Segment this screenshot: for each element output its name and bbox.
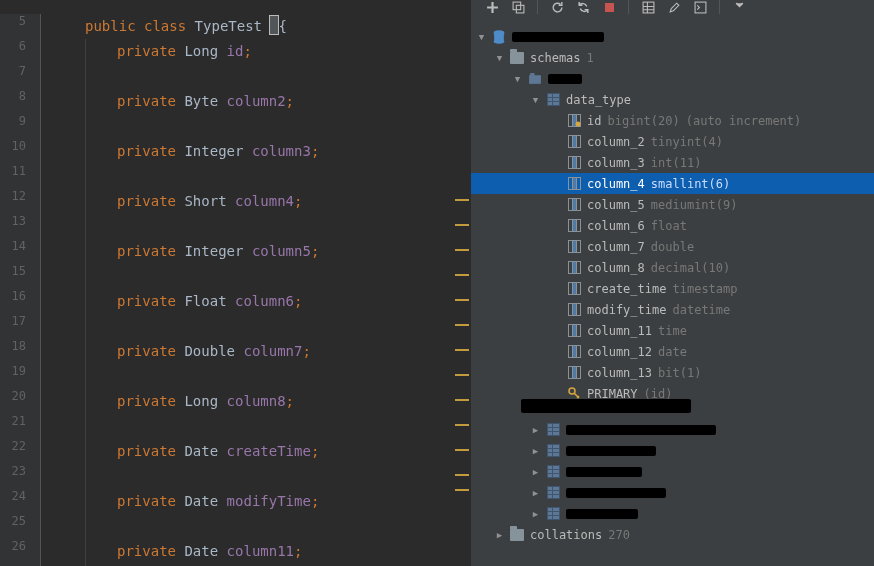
code-line[interactable]: private Float column6; — [45, 289, 471, 314]
code-line[interactable]: private Date createTime; — [45, 439, 471, 464]
tree-column[interactable]: id bigint(20) (auto increment) — [471, 110, 874, 131]
change-marker — [455, 249, 469, 251]
code-line[interactable]: private Short column4; — [45, 189, 471, 214]
code-line[interactable]: private Integer column5; — [45, 239, 471, 264]
code-line[interactable] — [45, 464, 471, 489]
expand-arrow-icon[interactable]: ▼ — [531, 95, 540, 105]
svg-rect-29 — [572, 325, 576, 337]
code-line[interactable]: private Date column11; — [45, 539, 471, 564]
table-icon[interactable] — [641, 0, 655, 14]
code-line[interactable] — [45, 364, 471, 389]
column-name: id — [587, 114, 601, 128]
table-icon — [546, 444, 560, 458]
svg-rect-35 — [547, 424, 559, 436]
toolbar-separator — [537, 0, 538, 14]
duplicate-icon[interactable] — [511, 0, 525, 14]
more-icon[interactable] — [732, 0, 746, 14]
datasource-icon — [492, 30, 506, 44]
line-number: 16 — [6, 289, 26, 303]
redacted — [512, 32, 604, 42]
tree-column[interactable]: column_13 bit(1) — [471, 362, 874, 383]
schema-icon — [528, 72, 542, 86]
line-number: 25 — [6, 514, 26, 528]
svg-rect-21 — [572, 241, 576, 253]
code-line[interactable] — [45, 214, 471, 239]
collapse-arrow-icon[interactable]: ▶ — [495, 530, 504, 540]
tree-column[interactable]: column_11 time — [471, 320, 874, 341]
column-name: column_6 — [587, 219, 645, 233]
collations-label: collations — [530, 528, 602, 542]
tree-column[interactable]: column_4 smallint(6) — [471, 173, 874, 194]
line-number: 19 — [6, 364, 26, 378]
code-line[interactable]: private Integer column3; — [45, 139, 471, 164]
tree-column[interactable]: create_time timestamp — [471, 278, 874, 299]
svg-point-9 — [575, 122, 580, 127]
collations-count: 270 — [608, 528, 630, 542]
tree-table-redacted[interactable]: ▶ — [471, 461, 874, 482]
tree-datasource[interactable]: ▼ — [471, 26, 874, 47]
collapse-arrow-icon[interactable]: ▶ — [531, 488, 540, 498]
code-line[interactable] — [45, 64, 471, 89]
tree-column[interactable]: column_7 double — [471, 236, 874, 257]
collapse-arrow-icon[interactable]: ▶ — [531, 446, 540, 456]
tree-column[interactable]: column_6 float — [471, 215, 874, 236]
tree-table[interactable]: ▼data_type — [471, 89, 874, 110]
schemas-count: 1 — [587, 51, 594, 65]
code-line[interactable] — [45, 514, 471, 539]
code-line[interactable]: private Long id; — [45, 39, 471, 64]
code-line[interactable]: private Long column8; — [45, 389, 471, 414]
change-marker — [455, 224, 469, 226]
pk-column-icon — [567, 114, 581, 128]
column-icon — [567, 177, 581, 191]
column-name: column_3 — [587, 156, 645, 170]
expand-arrow-icon[interactable]: ▼ — [477, 32, 486, 42]
refresh-icon[interactable] — [550, 0, 564, 14]
collapse-arrow-icon[interactable]: ▶ — [531, 467, 540, 477]
code-line[interactable]: private Double column7; — [45, 339, 471, 364]
collapse-arrow-icon[interactable]: ▶ — [531, 425, 540, 435]
folder-icon — [510, 51, 524, 65]
code-line[interactable] — [45, 114, 471, 139]
column-icon — [567, 156, 581, 170]
code-line[interactable]: private Byte column2; — [45, 89, 471, 114]
line-number: 10 — [6, 139, 26, 153]
table-name: data_type — [566, 93, 631, 107]
code-line[interactable]: public class TypeTest { — [45, 14, 471, 39]
tree-column[interactable]: column_2 tinyint(4) — [471, 131, 874, 152]
tree-column[interactable]: column_12 date — [471, 341, 874, 362]
code-line[interactable] — [45, 164, 471, 189]
tree-column[interactable]: column_3 int(11) — [471, 152, 874, 173]
tree-collations[interactable]: ▶collations 270 — [471, 524, 874, 545]
tree-table-redacted[interactable]: ▶ — [471, 482, 874, 503]
column-type: decimal(10) — [651, 261, 730, 275]
code-line[interactable]: private Date modifyTime; — [45, 489, 471, 514]
tree-schemas[interactable]: ▼schemas 1 — [471, 47, 874, 68]
expand-arrow-icon[interactable]: ▼ — [495, 53, 504, 63]
code-line[interactable] — [45, 414, 471, 439]
code-line[interactable] — [45, 314, 471, 339]
line-number: 23 — [6, 464, 26, 478]
collapse-arrow-icon[interactable]: ▶ — [531, 509, 540, 519]
column-name: create_time — [587, 282, 666, 296]
change-marker — [455, 274, 469, 276]
add-icon[interactable] — [485, 0, 499, 14]
schemas-label: schemas — [530, 51, 581, 65]
tree-table-redacted[interactable]: ▶ — [471, 419, 874, 440]
tree-schema[interactable]: ▼ — [471, 68, 874, 89]
sync-icon[interactable] — [576, 0, 590, 14]
line-number: 22 — [6, 439, 26, 453]
svg-rect-25 — [572, 283, 576, 295]
tree-column[interactable]: modify_time datetime — [471, 299, 874, 320]
code-editor[interactable]: public class TypeTest {private Long id;p… — [41, 14, 471, 566]
code-line[interactable] — [45, 264, 471, 289]
svg-rect-31 — [572, 346, 576, 358]
tree-table-redacted[interactable]: ▶ — [471, 440, 874, 461]
column-name: column_2 — [587, 135, 645, 149]
edit-icon[interactable] — [667, 0, 681, 14]
tree-column[interactable]: column_5 mediumint(9) — [471, 194, 874, 215]
console-icon[interactable] — [693, 0, 707, 14]
expand-arrow-icon[interactable]: ▼ — [513, 74, 522, 84]
tree-table-redacted[interactable]: ▶ — [471, 503, 874, 524]
tree-column[interactable]: column_8 decimal(10) — [471, 257, 874, 278]
stop-icon[interactable] — [602, 0, 616, 14]
